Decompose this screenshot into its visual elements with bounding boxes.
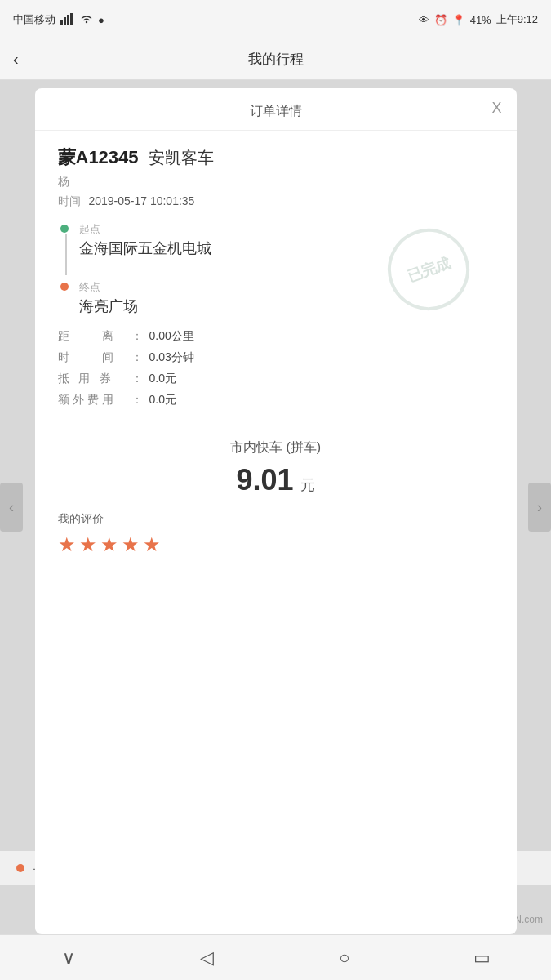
start-info: 起点 金海国际五金机电城 — [79, 222, 211, 258]
end-dot-container — [58, 280, 71, 291]
wifi-icon — [80, 14, 93, 26]
time-label: 时间 — [58, 194, 81, 207]
driver-name: 杨 — [58, 175, 494, 189]
duration-key: 时 间 — [58, 350, 131, 365]
right-arrow[interactable]: › — [528, 483, 551, 532]
carrier-text: 中国移动 — [13, 12, 56, 27]
status-bar: 中国移动 ● 👁 ⏰ 📍 41% 上午9:12 — [0, 0, 551, 39]
route-section: 起点 金海国际五金机电城 终点 海亮广场 已完成 — [58, 222, 494, 316]
time-value: 2019-05-17 10:01:35 — [88, 194, 194, 207]
star-3: ★ — [100, 533, 118, 556]
extra-key: 额外费用 — [58, 393, 131, 408]
route-end-item: 终点 海亮广场 — [58, 280, 494, 316]
end-info: 终点 海亮广场 — [79, 280, 138, 316]
extra-value: 0.0元 — [149, 393, 176, 408]
distance-value: 0.00公里 — [149, 329, 194, 344]
star-2: ★ — [79, 533, 97, 556]
recents-button[interactable]: ▭ — [462, 942, 503, 974]
bg-dot — [16, 864, 24, 872]
ride-type-section: 市内快车 (拼车) 9.01 元 — [35, 430, 517, 504]
star-4: ★ — [122, 533, 140, 556]
price-unit: 元 — [300, 475, 315, 495]
start-dot — [60, 225, 69, 233]
route-start-item: 起点 金海国际五金机电城 — [58, 222, 494, 277]
duration-value: 0.03分钟 — [149, 350, 194, 365]
rating-label: 我的评价 — [58, 512, 494, 527]
route-line — [65, 234, 67, 275]
stars: ★ ★ ★ ★ ★ — [58, 533, 494, 556]
modal-title: 订单详情 — [250, 104, 302, 118]
vehicle-plate: 蒙A12345 — [58, 145, 139, 170]
star-5: ★ — [143, 533, 161, 556]
price-amount: 9.01 — [236, 463, 293, 497]
nav-bar: ‹ 我的行程 — [0, 39, 551, 80]
time-text: 上午9:12 — [496, 12, 538, 27]
rating-section: 我的评价 ★ ★ ★ ★ ★ — [35, 504, 517, 556]
coupon-row: 抵 用 券 ： 0.0元 — [58, 372, 494, 386]
svg-rect-3 — [70, 13, 73, 24]
distance-key: 距 离 — [58, 329, 131, 344]
price-row: 9.01 元 — [35, 463, 517, 497]
message-icon: ● — [98, 14, 104, 26]
end-dot — [60, 283, 69, 291]
modal-title-area: 订单详情 — [35, 88, 517, 131]
status-right: 👁 ⏰ 📍 41% 上午9:12 — [419, 12, 538, 27]
coupon-key: 抵 用 券 — [58, 372, 131, 386]
vehicle-name: 安凯客车 — [149, 147, 214, 169]
distance-row: 距 离 ： 0.00公里 — [58, 329, 494, 344]
extra-row: 额外费用 ： 0.0元 — [58, 393, 494, 408]
left-arrow[interactable]: ‹ — [0, 483, 23, 532]
vehicle-row: 蒙A12345 安凯客车 — [58, 145, 494, 170]
order-detail-modal: X 订单详情 蒙A12345 安凯客车 杨 时间 2019-05-17 10:0… — [35, 88, 517, 934]
back-button[interactable]: ‹ — [13, 50, 19, 69]
svg-rect-0 — [60, 20, 63, 24]
divider — [35, 421, 517, 421]
time-row: 时间 2019-05-17 10:01:35 — [58, 194, 494, 209]
start-dot-container — [58, 222, 71, 277]
start-label: 起点 — [79, 222, 211, 237]
start-place: 金海国际五金机电城 — [79, 238, 211, 258]
svg-rect-1 — [64, 17, 66, 24]
down-button[interactable]: ∨ — [48, 942, 89, 974]
order-content: 蒙A12345 安凯客车 杨 时间 2019-05-17 10:01:35 起点 — [35, 131, 517, 408]
location-icon: 📍 — [452, 14, 465, 26]
alarm-icon: ⏰ — [434, 14, 447, 26]
main-content: ‹ › X 订单详情 蒙A12345 安凯客车 杨 时间 2019-05-17 … — [0, 80, 551, 934]
details-section: 距 离 ： 0.00公里 时 间 ： 0.03分钟 抵 用 券 ： 0.0元 额… — [58, 329, 494, 408]
ride-type: 市内快车 (拼车) — [35, 439, 517, 457]
star-1: ★ — [58, 533, 76, 556]
end-place: 海亮广场 — [79, 296, 138, 316]
coupon-value: 0.0元 — [149, 372, 176, 386]
eye-icon: 👁 — [419, 14, 429, 26]
svg-rect-2 — [67, 15, 69, 24]
duration-row: 时 间 ： 0.03分钟 — [58, 350, 494, 365]
back-nav-button[interactable]: ◁ — [186, 942, 227, 974]
close-button[interactable]: X — [491, 100, 501, 117]
signal-icon — [60, 13, 75, 27]
battery-text: 41% — [470, 14, 491, 26]
bottom-nav: ∨ ◁ ○ ▭ 牛 QQTN.com — [0, 934, 551, 980]
home-button[interactable]: ○ — [324, 942, 365, 974]
end-label: 终点 — [79, 280, 138, 295]
status-left: 中国移动 ● — [13, 12, 104, 27]
page-title: 我的行程 — [248, 50, 304, 69]
